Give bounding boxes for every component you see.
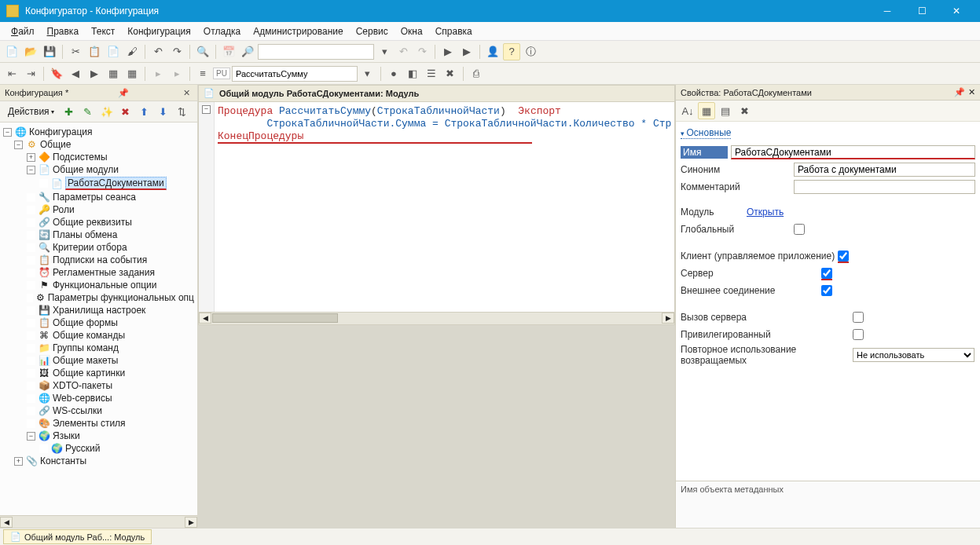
prop-name-input[interactable]: [731, 145, 975, 159]
tree-item[interactable]: Элементы стиля: [53, 418, 126, 429]
tree-item[interactable]: XDTO-пакеты: [53, 380, 112, 391]
menu-admin[interactable]: Администрирование: [247, 24, 349, 38]
paint-icon[interactable]: 🖌: [123, 43, 141, 60]
indent-left-icon[interactable]: ⇤: [3, 65, 20, 82]
menu-file[interactable]: Файл: [5, 24, 41, 38]
close-icon[interactable]: ✕: [968, 87, 975, 97]
prop-global-checkbox[interactable]: [794, 224, 805, 235]
tree-item[interactable]: Группы команд: [53, 342, 119, 353]
bookmark-back-icon[interactable]: ◀: [67, 65, 84, 82]
tree-item[interactable]: Планы обмена: [53, 229, 117, 240]
minimize-button[interactable]: ─: [870, 0, 905, 22]
config-tree[interactable]: −🌐Конфигурация −⚙Общие +🔶Подсистемы −📄Об…: [0, 123, 197, 515]
tree-module-selected[interactable]: РаботаСДокументами: [65, 177, 167, 190]
tree-item[interactable]: Регламентные задания: [53, 267, 155, 278]
indent-right-icon[interactable]: ⇥: [22, 65, 39, 82]
menu-windows[interactable]: Окна: [395, 24, 429, 38]
prop-synonym-input[interactable]: [794, 163, 975, 177]
clear-icon[interactable]: ✖: [736, 102, 753, 119]
down-icon[interactable]: ⬇: [155, 103, 172, 120]
help-tool-icon[interactable]: 👤: [484, 43, 501, 60]
scroll-left-icon[interactable]: ◀: [199, 313, 211, 324]
scroll-left-icon[interactable]: ◀: [0, 517, 13, 528]
dropdown-icon[interactable]: ▾: [376, 43, 393, 60]
prop-privileged-checkbox[interactable]: [853, 329, 864, 340]
prop-reuse-select[interactable]: Не использовать: [853, 348, 974, 362]
misc-icon[interactable]: ⎙: [468, 65, 485, 82]
tree-item[interactable]: Языки: [53, 430, 80, 441]
find-icon[interactable]: 🔎: [239, 43, 256, 60]
tree-item[interactable]: WS-ссылки: [53, 405, 102, 416]
debug-run-icon[interactable]: ▶: [458, 43, 475, 60]
wand-icon[interactable]: ✨: [98, 103, 116, 120]
menu-edit[interactable]: Правка: [41, 24, 86, 38]
run-icon[interactable]: ▶: [439, 43, 457, 60]
delete-icon[interactable]: ✖: [117, 103, 134, 120]
menu-config[interactable]: Конфигурация: [121, 24, 197, 38]
prop-external-conn-checkbox[interactable]: [821, 285, 832, 296]
breakpoint-icon[interactable]: ●: [385, 65, 402, 82]
up-icon[interactable]: ⬆: [136, 103, 153, 120]
menu-help[interactable]: Справка: [429, 24, 479, 38]
tree-item[interactable]: Общие картинки: [53, 368, 125, 379]
tree-item[interactable]: Общие модули: [53, 164, 119, 175]
helpq-icon[interactable]: ?: [503, 43, 520, 60]
paste-icon[interactable]: 📄: [105, 43, 122, 60]
menu-text[interactable]: Текст: [85, 24, 121, 38]
search-combo[interactable]: [258, 44, 374, 60]
block2-icon[interactable]: ▦: [123, 65, 141, 82]
bookmark-icon[interactable]: 🔖: [48, 65, 65, 82]
tree-item[interactable]: Критерии отбора: [53, 242, 127, 253]
scroll-right-icon[interactable]: ▶: [185, 517, 197, 528]
bp-del-icon[interactable]: ✖: [442, 65, 459, 82]
info-icon[interactable]: ⓘ: [522, 43, 539, 60]
maximize-button[interactable]: ☐: [905, 0, 939, 22]
scroll-thumb[interactable]: [212, 313, 338, 323]
menu-service[interactable]: Сервис: [350, 24, 395, 38]
code-editor[interactable]: − Процедура РассчитатьСумму(СтрокаТаблич…: [198, 102, 675, 313]
bp-tool-icon[interactable]: ◧: [404, 65, 421, 82]
tree-item[interactable]: Web-сервисы: [53, 393, 112, 404]
tree-common[interactable]: Общие: [40, 139, 71, 150]
tree-lang-ru[interactable]: Русский: [65, 443, 101, 454]
tree-item[interactable]: Подсистемы: [53, 152, 108, 163]
tree-constants[interactable]: Константы: [40, 455, 86, 466]
menu-debug[interactable]: Отладка: [197, 24, 247, 38]
add-icon[interactable]: ✚: [61, 103, 78, 120]
search-icon[interactable]: 🔍: [194, 43, 211, 60]
filter-icon[interactable]: ▤: [717, 102, 734, 119]
pin-icon[interactable]: 📌: [118, 88, 129, 98]
redo-icon[interactable]: ↷: [168, 43, 185, 60]
scroll-right-icon[interactable]: ▶: [662, 313, 674, 324]
prop-server-checkbox[interactable]: [821, 268, 832, 279]
block-icon[interactable]: ▦: [105, 65, 122, 82]
open-icon[interactable]: 📂: [22, 43, 39, 60]
tree-item[interactable]: Подписки на события: [53, 254, 147, 265]
close-button[interactable]: ✕: [939, 0, 974, 22]
tree-item[interactable]: Параметры сеанса: [53, 192, 136, 203]
tree-item[interactable]: Общие команды: [53, 330, 125, 341]
proc-list-icon[interactable]: ≡: [194, 65, 211, 82]
tree-item[interactable]: Общие формы: [53, 317, 118, 328]
tree-root[interactable]: Конфигурация: [29, 126, 93, 137]
procedure-combo[interactable]: [232, 66, 358, 82]
prop-comment-input[interactable]: [794, 180, 975, 194]
bookmark-fwd-icon[interactable]: ▶: [86, 65, 103, 82]
bp-list-icon[interactable]: ☰: [423, 65, 440, 82]
tree-item[interactable]: Параметры функциональных опц: [48, 292, 194, 303]
actions-menu[interactable]: Действия▾: [3, 104, 59, 119]
edit-icon[interactable]: ✎: [79, 103, 97, 120]
pin-icon[interactable]: 📌: [954, 87, 965, 97]
category-icon[interactable]: ▦: [698, 102, 715, 119]
tree-item[interactable]: Хранилища настроек: [53, 305, 145, 316]
fold-icon[interactable]: −: [202, 105, 211, 114]
prop-client-managed-checkbox[interactable]: [838, 251, 849, 262]
undo-icon[interactable]: ↶: [149, 43, 167, 60]
close-icon[interactable]: ✕: [182, 87, 193, 98]
sort-icon[interactable]: ⇅: [174, 103, 191, 120]
tree-item[interactable]: Функциональные опции: [53, 280, 157, 291]
prop-module-open-link[interactable]: Открыть: [747, 207, 784, 218]
tree-item[interactable]: Роли: [53, 204, 75, 215]
new-icon[interactable]: 📄: [3, 43, 20, 60]
tree-item[interactable]: Общие реквизиты: [53, 217, 132, 228]
